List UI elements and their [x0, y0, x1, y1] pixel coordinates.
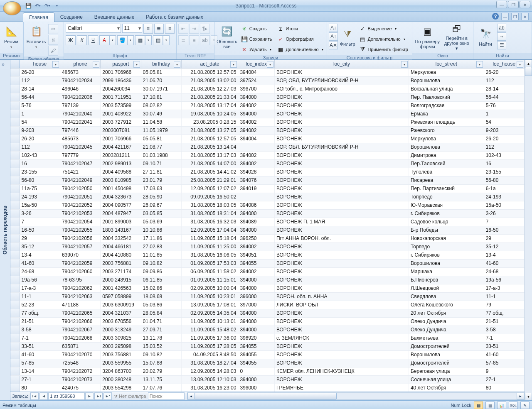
cell-loc_index[interactable]: 394000 — [238, 376, 275, 384]
cell-loc_index[interactable]: 394086 — [238, 201, 275, 209]
cell-pasport[interactable]: 2003 309825 — [101, 334, 141, 342]
selection-filter-button[interactable]: ✓Выделение▾ — [357, 24, 410, 34]
more-records-button[interactable]: ▦Дополнительно▾ — [275, 44, 325, 54]
cell-house[interactable]: 24-68 — [20, 268, 60, 276]
totals-button[interactable]: ΣИтоги — [275, 24, 325, 34]
table-row[interactable]: 11а-75790421020502001 45049817.03.6312.0… — [10, 185, 525, 193]
cell-birthday[interactable]: 05.03.86 — [141, 301, 182, 309]
cell-loc_street[interactable]: 40 лет Октября — [409, 384, 484, 392]
cell-loc_city[interactable]: с. ЗЕМЛЯНСК — [275, 334, 409, 342]
cell-phone[interactable]: 79042102041 — [60, 118, 101, 126]
cell-act_date[interactable]: 21.08.2005 12:57:05 — [182, 69, 239, 76]
select-all-corner[interactable] — [10, 60, 20, 68]
cell-act_date[interactable]: 31.08.2005 16:06:05 — [182, 251, 239, 259]
cell-loc_house[interactable]: 57-85 — [484, 359, 525, 367]
cell-act_date[interactable]: 21.08.2005 13:02:00 — [182, 77, 239, 85]
cell-act_date[interactable]: 11.09.2005 10:13:01 — [182, 318, 239, 326]
table-row[interactable]: 23-1557514212004 40958827.11.8121.08.200… — [10, 168, 525, 176]
cell-pasport[interactable]: 2003007081 — [101, 127, 141, 135]
cell-pasport[interactable]: 2003 756881 — [101, 351, 141, 359]
column-header-birthday[interactable]: birthday▾ — [141, 60, 182, 68]
fill-color-icon[interactable]: 🪣 — [117, 35, 127, 45]
cell-phone[interactable]: 797139 — [60, 102, 101, 110]
cell-loc_city[interactable]: ВОРОНЕЖ — [275, 193, 409, 201]
row-selector[interactable] — [10, 193, 20, 201]
mdi-minimize[interactable]: — — [501, 13, 509, 20]
table-row[interactable]: 29790421020562004 33254217.11.8611.09.20… — [10, 235, 525, 243]
cell-house[interactable]: 54 — [20, 118, 60, 126]
cell-loc_house[interactable]: 35-12 — [484, 243, 525, 251]
cell-loc_index[interactable]: 394002 — [238, 102, 275, 110]
cell-birthday[interactable]: 11.05.1979 — [141, 127, 182, 135]
cell-loc_street[interactable]: Б.Пионеров — [409, 276, 484, 284]
sort-desc-icon[interactable]: A↑ — [329, 32, 338, 41]
cell-loc_street[interactable]: Ю-Моравская — [409, 201, 484, 209]
cell-act_date[interactable]: 12.09.2005 14:28:03 — [182, 367, 239, 375]
cell-loc_city[interactable]: ВОРОНЕЖ — [275, 201, 409, 209]
cell-house[interactable]: 3-58 — [20, 326, 60, 334]
cell-loc_house[interactable]: 24-193 — [484, 193, 525, 201]
cell-loc_house[interactable]: 112 — [484, 143, 525, 151]
cell-act_date[interactable]: 01.09.2005 11:15:01 — [182, 276, 239, 284]
cell-loc_index[interactable]: 394055 — [238, 351, 275, 359]
cell-birthday[interactable]: 01.04.71 — [141, 318, 182, 326]
table-row[interactable]: 7790421020542001 89900305.03.6931.08.200… — [10, 218, 525, 226]
table-row[interactable]: 21-51790421020662003 67055601.04.7111.09… — [10, 318, 525, 326]
cell-phone[interactable]: 79042102051 — [60, 193, 101, 201]
cell-loc_house[interactable]: 5-76 — [484, 102, 525, 110]
align-left-icon[interactable]: ≡ — [143, 24, 153, 34]
cell-birthday[interactable]: 17.07.76 — [141, 384, 182, 392]
cell-loc_street[interactable]: Меркулова — [409, 69, 484, 76]
cell-loc_street[interactable]: Ермака — [409, 110, 484, 118]
vscroll-thumb[interactable] — [525, 67, 532, 76]
column-header-act_date[interactable]: act_date▾ — [182, 60, 239, 68]
cell-phone[interactable]: 79042102070 — [60, 351, 101, 359]
cell-birthday[interactable]: 09.10.71 — [141, 160, 182, 168]
table-row[interactable]: 77 общ.790421020652004 32103728.05.8402.… — [10, 309, 525, 318]
cell-loc_house[interactable]: 26-20 — [484, 135, 525, 143]
cell-loc_street[interactable]: Садовое кольцо — [409, 218, 484, 226]
cell-house[interactable]: 13-14 — [20, 367, 60, 375]
format-painter-icon[interactable]: 🖌 — [48, 46, 58, 56]
cell-birthday[interactable]: 28.05.90 — [141, 193, 182, 201]
row-selector[interactable] — [10, 318, 20, 326]
cell-loc_index[interactable]: 394000 — [238, 318, 275, 326]
column-header-house[interactable]: house▾ — [20, 60, 60, 68]
cell-birthday[interactable]: 11.04.58 — [141, 118, 182, 126]
cell-act_date[interactable]: 21.08.2005 14:07:00 — [182, 160, 239, 168]
cell-birthday[interactable]: 17.03.63 — [141, 185, 182, 193]
cell-phone[interactable]: 79042102047 — [60, 160, 101, 168]
row-selector[interactable] — [10, 201, 20, 209]
cell-loc_street[interactable]: Береговая улица — [409, 367, 484, 375]
cell-phone[interactable]: 639070 — [60, 251, 101, 259]
new-record-button[interactable]: ✳Создать — [239, 24, 274, 34]
cell-house[interactable]: 41-60 — [20, 260, 60, 267]
cell-house[interactable]: 33-51 — [20, 343, 60, 350]
highlight-icon[interactable]: ab — [200, 35, 210, 45]
table-row[interactable]: 24-193790421020512004 32367328.05.9009.0… — [10, 193, 525, 201]
cell-loc_street[interactable]: Б-р Победы — [409, 226, 484, 234]
cell-loc_city[interactable]: ВОРОНЕЖ — [275, 152, 409, 159]
tab-home[interactable]: Главная — [23, 12, 54, 22]
cell-loc_house[interactable]: 56-44 — [484, 93, 525, 101]
table-row[interactable]: 1790421020402001 40392230.07.4919.08.200… — [10, 110, 525, 118]
indent-inc-icon[interactable]: ⇥ — [189, 24, 199, 34]
cell-birthday[interactable]: 28.05.84 — [141, 309, 182, 317]
column-filter-dd[interactable]: ▾ — [174, 61, 180, 68]
column-filter-dd[interactable]: ▾ — [93, 61, 99, 68]
row-selector[interactable] — [10, 226, 20, 234]
cell-loc_street[interactable]: г. Сибиряков — [409, 251, 484, 259]
numbering-icon[interactable]: ≡ — [189, 35, 199, 45]
cell-house[interactable]: 9-203 — [20, 127, 60, 135]
cell-loc_index[interactable]: 394055 — [238, 260, 275, 267]
cell-loc_street[interactable]: Ворошилова — [409, 351, 484, 359]
minimize-button[interactable]: — — [496, 1, 507, 8]
cell-phone[interactable]: 79042102066 — [60, 318, 101, 326]
cell-birthday[interactable]: 09.10.82 — [141, 260, 182, 267]
table-row[interactable]: 13-14790421020723204 86370020.02.7912.09… — [10, 367, 525, 376]
cell-birthday[interactable]: 03.05.85 — [141, 210, 182, 218]
cell-act_date[interactable]: 31.08.2005 16:23:00 — [182, 384, 239, 392]
cell-loc_city[interactable]: ВОРОНЕЖ — [275, 210, 409, 218]
cell-birthday[interactable]: 11.01.85 — [141, 251, 182, 259]
cell-loc_house[interactable]: 41-60 — [484, 351, 525, 359]
